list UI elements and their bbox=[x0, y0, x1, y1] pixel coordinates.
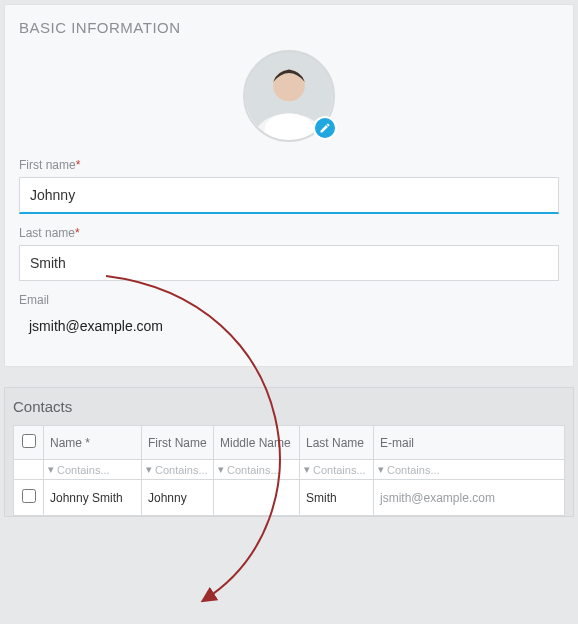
basic-info-panel: BASIC INFORMATION First name* bbox=[4, 4, 574, 367]
avatar-container bbox=[19, 50, 559, 142]
filter-icon: ▾ bbox=[48, 463, 54, 476]
cell-first: Johnny bbox=[142, 480, 214, 516]
header-last[interactable]: Last Name bbox=[300, 426, 374, 460]
header-name[interactable]: Name * bbox=[44, 426, 142, 460]
header-middle[interactable]: Middle Name bbox=[214, 426, 300, 460]
cell-middle bbox=[214, 480, 300, 516]
filter-last-input[interactable] bbox=[313, 464, 369, 476]
svg-point-4 bbox=[273, 70, 305, 102]
filter-icon: ▾ bbox=[146, 463, 152, 476]
filter-first-input[interactable] bbox=[155, 464, 209, 476]
table-row[interactable]: Johnny Smith Johnny Smith jsmith@example… bbox=[14, 480, 565, 516]
contacts-panel: Contacts Name * First Name Middle Name L… bbox=[4, 387, 574, 517]
email-label: Email bbox=[19, 293, 559, 307]
filter-icon: ▾ bbox=[218, 463, 224, 476]
select-all-checkbox[interactable] bbox=[22, 434, 36, 448]
cell-last: Smith bbox=[300, 480, 374, 516]
header-email[interactable]: E-mail bbox=[374, 426, 565, 460]
header-checkbox-cell bbox=[14, 426, 44, 460]
cell-email: jsmith@example.com bbox=[374, 480, 565, 516]
cell-name: Johnny Smith bbox=[44, 480, 142, 516]
first-name-field: First name* bbox=[19, 158, 559, 214]
contacts-table: Name * First Name Middle Name Last Name … bbox=[13, 425, 565, 516]
last-name-input[interactable] bbox=[19, 245, 559, 281]
filter-icon: ▾ bbox=[304, 463, 310, 476]
row-checkbox-cell bbox=[14, 480, 44, 516]
filter-row: ▾ ▾ ▾ ▾ ▾ bbox=[14, 460, 565, 480]
filter-name-input[interactable] bbox=[57, 464, 137, 476]
last-name-label: Last name* bbox=[19, 226, 559, 240]
filter-icon: ▾ bbox=[378, 463, 384, 476]
last-name-field: Last name* bbox=[19, 226, 559, 281]
email-value: jsmith@example.com bbox=[19, 312, 559, 336]
pencil-icon bbox=[319, 122, 331, 134]
filter-middle-input[interactable] bbox=[227, 464, 295, 476]
email-field: Email jsmith@example.com bbox=[19, 293, 559, 336]
contacts-title: Contacts bbox=[13, 398, 565, 415]
edit-avatar-button[interactable] bbox=[313, 116, 337, 140]
panel-title: BASIC INFORMATION bbox=[19, 19, 559, 36]
first-name-input[interactable] bbox=[19, 177, 559, 214]
header-row: Name * First Name Middle Name Last Name … bbox=[14, 426, 565, 460]
header-first[interactable]: First Name bbox=[142, 426, 214, 460]
row-checkbox[interactable] bbox=[22, 489, 36, 503]
filter-email-input[interactable] bbox=[387, 464, 560, 476]
first-name-label: First name* bbox=[19, 158, 559, 172]
